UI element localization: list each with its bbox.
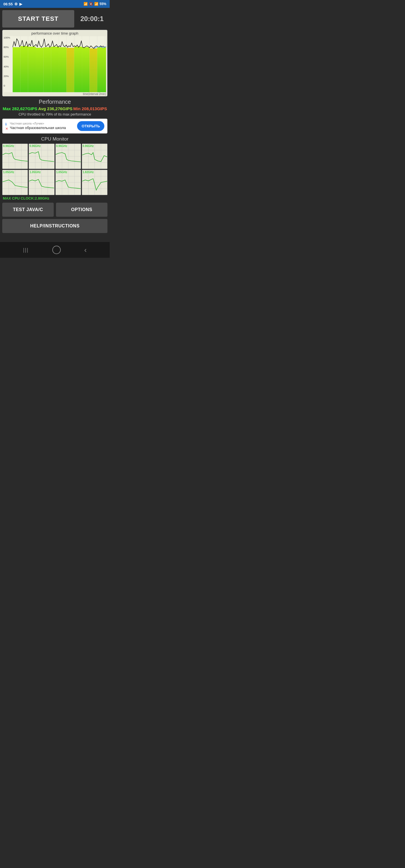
cpu-core-2: 0.96GHz xyxy=(29,144,54,169)
ad-icons: ℹ ✕ xyxy=(5,122,8,131)
svg-rect-26 xyxy=(74,46,82,92)
svg-rect-20 xyxy=(28,46,36,92)
perf-avg: Avg 236,276GIPS xyxy=(38,106,73,111)
svg-rect-27 xyxy=(82,47,89,92)
cpu-core-6-graph xyxy=(29,170,54,195)
info-icon: ℹ xyxy=(5,122,8,126)
cpu-core-3: 0.96GHz xyxy=(55,144,81,169)
svg-rect-18 xyxy=(13,47,20,92)
graph-time-label: time(interval 2min) xyxy=(4,92,106,96)
back-icon[interactable]: ‹ xyxy=(84,246,87,254)
home-icon[interactable] xyxy=(52,246,61,254)
ad-banner: ℹ ✕ Частная школа «Лучик» Частная образо… xyxy=(2,119,108,133)
cpu-core-7-graph xyxy=(56,170,81,195)
svg-rect-23 xyxy=(51,46,59,92)
graph-section: performance over time graph 100% 80% 60%… xyxy=(2,30,108,96)
svg-rect-24 xyxy=(59,47,66,92)
cpu-max-clock: MAX CPU CLOCK:2.80GHz xyxy=(2,196,108,200)
y-label-40: 40% xyxy=(4,65,13,68)
top-row: START TEST 20:00:1 xyxy=(2,10,108,28)
svg-rect-19 xyxy=(20,46,28,92)
performance-section: Performance Max 282,627GIPS Avg 236,276G… xyxy=(2,99,108,116)
mute-icon: 🔇 xyxy=(89,2,93,6)
perf-min: Min 208,013GIPS xyxy=(74,106,107,111)
status-left: 06:55 ⚙ ▶ xyxy=(3,2,22,6)
cpu-core-6: 1.05GHz xyxy=(29,170,54,195)
cpu-core-8-graph xyxy=(82,170,107,195)
play-icon: ▶ xyxy=(20,2,22,6)
status-right: 📶 🔇 📶 55% xyxy=(84,2,106,6)
svg-rect-28 xyxy=(89,48,97,92)
cpu-core-8: 1.82GHz xyxy=(82,170,108,195)
nav-bar: ||| ‹ xyxy=(0,242,110,258)
cpu-core-4: 0.96GHz xyxy=(82,144,108,169)
svg-rect-25 xyxy=(66,48,74,92)
cpu-core-4-freq: 0.96GHz xyxy=(83,145,94,148)
graph-container: 100% 80% 60% 40% 20% 0 xyxy=(4,36,106,92)
settings-icon: ⚙ xyxy=(15,2,18,6)
svg-rect-21 xyxy=(36,48,43,92)
y-label-80: 80% xyxy=(4,46,13,49)
cpu-core-1: 0.96GHz xyxy=(2,144,28,169)
cpu-core-5-freq: 1.05GHz xyxy=(3,170,14,174)
cpu-core-2-graph xyxy=(29,144,54,169)
cpu-core-7: 1.05GHz xyxy=(55,170,81,195)
cpu-core-8-freq: 1.82GHz xyxy=(83,170,94,174)
ad-desc: Частная образовательная школа xyxy=(10,126,77,130)
cpu-core-5-graph xyxy=(3,170,28,195)
cpu-core-3-graph xyxy=(56,144,81,169)
cpu-core-3-freq: 0.96GHz xyxy=(56,145,67,148)
y-label-60: 60% xyxy=(4,56,13,58)
performance-stats: Max 282,627GIPS Avg 236,276GIPS Min 208,… xyxy=(2,106,108,111)
performance-graph-svg xyxy=(13,36,106,92)
cpu-core-1-freq: 0.96GHz xyxy=(3,145,14,148)
cpu-core-2-freq: 0.96GHz xyxy=(30,145,40,148)
cpu-monitor-section: CPU Monitor 0.96GHz 0.96GH xyxy=(2,136,108,200)
graph-title: performance over time graph xyxy=(4,31,106,35)
recent-apps-icon[interactable]: ||| xyxy=(23,247,29,253)
ad-title: Частная школа «Лучик» xyxy=(10,122,77,125)
time-display: 06:55 xyxy=(3,2,13,6)
start-test-button[interactable]: START TEST xyxy=(2,10,74,28)
y-label-20: 20% xyxy=(4,75,13,78)
timer-display: 20:00:1 xyxy=(77,15,108,23)
options-button[interactable]: OPTIONS xyxy=(56,203,108,217)
svg-rect-22 xyxy=(43,47,51,92)
status-bar: 06:55 ⚙ ▶ 📶 🔇 📶 55% xyxy=(0,0,110,8)
perf-max: Max 282,627GIPS xyxy=(3,106,37,111)
battery-icon: 55% xyxy=(99,2,106,6)
y-label-0: 0 xyxy=(4,85,13,87)
y-label-100: 100% xyxy=(4,36,13,39)
cpu-core-5: 1.05GHz xyxy=(2,170,28,195)
close-icon[interactable]: ✕ xyxy=(5,127,8,131)
test-java-button[interactable]: TEST JAVA/C xyxy=(2,203,54,217)
bottom-buttons: TEST JAVA/C OPTIONS xyxy=(2,203,108,217)
cpu-core-4-graph xyxy=(82,144,107,169)
performance-title: Performance xyxy=(2,99,108,105)
svg-rect-29 xyxy=(97,47,106,92)
cpu-monitor-title: CPU Monitor xyxy=(2,136,108,142)
signal-icon: 📶 xyxy=(84,2,88,6)
ad-text: Частная школа «Лучик» Частная образовате… xyxy=(10,122,77,130)
cpu-grid: 0.96GHz 0.96GHz xyxy=(2,144,108,195)
cpu-core-6-freq: 1.05GHz xyxy=(30,170,40,174)
main-content: START TEST 20:00:1 performance over time… xyxy=(0,8,110,238)
ad-left: ℹ ✕ Частная школа «Лучик» Частная образо… xyxy=(5,122,77,131)
help-instructions-button[interactable]: HELP/INSTRUCTIONS xyxy=(2,219,108,233)
perf-throttle: CPU throttled to 79% of its max performa… xyxy=(2,112,108,116)
cpu-core-1-graph xyxy=(3,144,28,169)
wifi-icon: 📶 xyxy=(94,2,98,6)
ad-open-button[interactable]: ОТКРЫТЬ xyxy=(77,121,104,131)
cpu-core-7-freq: 1.05GHz xyxy=(56,170,67,174)
